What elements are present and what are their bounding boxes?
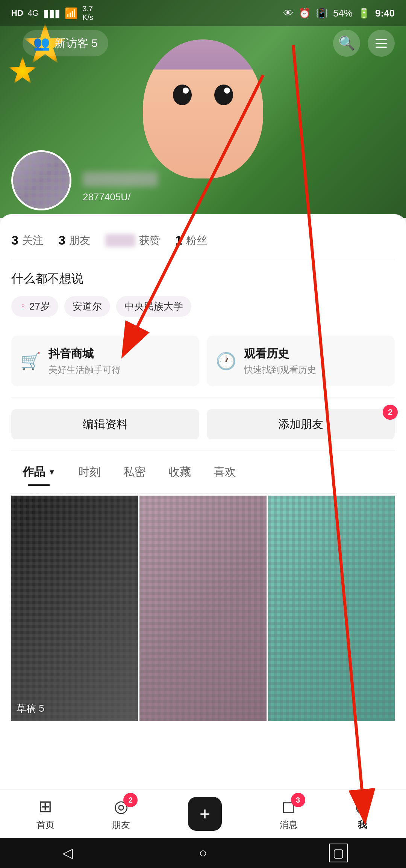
- eye-icon: 👁: [283, 8, 293, 19]
- avatar-image: [13, 152, 70, 209]
- friends-label: 朋友: [112, 819, 130, 831]
- add-friend-button[interactable]: 添加朋友 2: [207, 409, 395, 439]
- followers-label: 粉丝: [186, 233, 207, 248]
- private-label: 私密: [123, 466, 146, 478]
- tab-private[interactable]: 私密: [112, 458, 157, 486]
- history-icon: 🕐: [216, 351, 236, 371]
- works-dropdown-arrow: ▼: [48, 468, 56, 476]
- hd-label: HD: [11, 8, 23, 18]
- grid-overlay-3: [268, 496, 395, 721]
- edit-profile-button[interactable]: 编辑资料: [11, 409, 199, 439]
- android-back[interactable]: ◁: [53, 842, 83, 864]
- bottom-nav: ⊞ 首页 2 ◎ 朋友 + 3 ◻ 消息 ◉ 我: [0, 789, 406, 838]
- visitors-label: 新访客 5: [55, 36, 98, 51]
- android-home[interactable]: ○: [188, 842, 218, 864]
- location-label: 安道尔: [73, 300, 102, 313]
- stat-likes[interactable]: 获赞: [105, 233, 160, 248]
- back-icon: ◁: [62, 845, 73, 861]
- tab-works[interactable]: 作品 ▼: [11, 458, 67, 486]
- tag-age[interactable]: ♀ 27岁: [11, 296, 58, 317]
- char-face: [143, 39, 263, 178]
- gender-icon: ♀: [20, 301, 26, 312]
- friends-nav-badge: 2: [123, 793, 138, 807]
- content-grid: 草稿 5: [11, 496, 395, 721]
- time-label: 9:40: [375, 8, 395, 19]
- visitors-button[interactable]: 👥 新访客 5: [23, 30, 108, 56]
- status-left: HD 4G ▮▮▮ 📶 3.7K/s: [11, 5, 93, 22]
- quick-actions: 🛒 抖音商城 美好生活触手可得 🕐 观看历史 快速找到观看历史: [11, 324, 395, 398]
- stat-followers[interactable]: 1 粉丝: [175, 233, 207, 248]
- search-icon: 🔍: [338, 35, 355, 51]
- grid-item-3[interactable]: [268, 496, 395, 721]
- tag-university[interactable]: 中央民族大学: [116, 296, 191, 317]
- add-button[interactable]: +: [188, 797, 222, 831]
- profile-name-blurred: [83, 172, 158, 187]
- profile-avatar-area: 2877405U/: [11, 150, 158, 210]
- friends-label: 朋友: [69, 233, 90, 248]
- history-subtitle: 快速找到观看历史: [244, 364, 316, 376]
- char-eye-left: [173, 85, 192, 105]
- profile-id: 2877405U/: [83, 191, 158, 203]
- shop-subtitle: 美好生活触手可得: [48, 364, 121, 376]
- grid-overlay-1: [11, 496, 138, 721]
- grid-item-2[interactable]: [139, 496, 266, 721]
- char-eye-right: [214, 85, 233, 105]
- nav-add[interactable]: +: [180, 793, 229, 835]
- history-action[interactable]: 🕐 观看历史 快速找到观看历史: [207, 336, 395, 386]
- tag-location[interactable]: 安道尔: [64, 296, 110, 317]
- add-friend-badge: 2: [383, 405, 398, 420]
- shop-title: 抖音商城: [48, 346, 121, 361]
- tab-favorites[interactable]: 收藏: [157, 458, 202, 486]
- status-bar: HD 4G ▮▮▮ 📶 3.7K/s 👁 ⏰ 📳 54% 🔋 9:40: [0, 0, 406, 26]
- vibrate-icon: 📳: [316, 8, 328, 19]
- header-nav: 👥 新访客 5 🔍: [0, 26, 406, 60]
- wifi-icon: 📶: [65, 7, 78, 20]
- battery-percent: 54%: [333, 8, 353, 19]
- stat-friends[interactable]: 3 朋友: [58, 233, 90, 248]
- shop-text: 抖音商城 美好生活触手可得: [48, 346, 121, 376]
- signal-icon: ▮▮▮: [43, 7, 60, 20]
- android-nav: ◁ ○ ▢: [0, 838, 406, 868]
- history-title: 观看历史: [244, 346, 316, 361]
- stat-following[interactable]: 3 关注: [11, 233, 43, 248]
- stats-row: 3 关注 3 朋友 获赞 1 粉丝: [11, 225, 395, 259]
- history-text: 观看历史 快速找到观看历史: [244, 346, 316, 376]
- favorites-label: 收藏: [168, 466, 191, 478]
- age-label: 27岁: [29, 300, 50, 313]
- grid-item-1[interactable]: 草稿 5: [11, 496, 138, 721]
- profile-name-area: 2877405U/: [83, 172, 158, 210]
- nav-messages[interactable]: 3 ◻ 消息: [272, 793, 305, 835]
- nav-home[interactable]: ⊞ 首页: [29, 793, 62, 835]
- network-label: 4G: [28, 8, 39, 18]
- nav-me[interactable]: ◉ 我: [348, 793, 377, 835]
- following-label: 关注: [22, 233, 43, 248]
- messages-label: 消息: [280, 819, 298, 831]
- tabs-row: 作品 ▼ 时刻 私密 收藏 喜欢: [11, 451, 395, 494]
- messages-nav-badge: 3: [291, 793, 305, 807]
- android-recents[interactable]: ▢: [323, 842, 353, 864]
- menu-line-2: [376, 43, 387, 44]
- profile-card: 3 关注 3 朋友 获赞 1 粉丝 什么都不想说 ♀ 27岁 安道尔 中: [0, 214, 406, 819]
- search-button[interactable]: 🔍: [333, 30, 360, 57]
- following-count: 3: [11, 233, 18, 248]
- shop-action[interactable]: 🛒 抖音商城 美好生活触手可得: [11, 336, 199, 386]
- home-icon: ⊞: [38, 797, 52, 816]
- shop-icon: 🛒: [20, 351, 41, 371]
- tags-row: ♀ 27岁 安道尔 中央民族大学: [11, 296, 395, 317]
- speed-label: 3.7K/s: [82, 5, 93, 22]
- status-right: 👁 ⏰ 📳 54% 🔋 9:40: [283, 8, 395, 19]
- avatar[interactable]: [11, 150, 71, 210]
- tab-likes[interactable]: 喜欢: [202, 458, 247, 486]
- nav-friends[interactable]: 2 ◎ 朋友: [105, 793, 138, 835]
- recents-icon: ▢: [329, 844, 348, 862]
- tab-moments[interactable]: 时刻: [67, 458, 112, 486]
- likes-count-blurred: [105, 234, 135, 247]
- menu-button[interactable]: [368, 30, 395, 57]
- plus-icon: +: [200, 803, 210, 824]
- works-tab-label: 作品 ▼: [23, 464, 56, 480]
- menu-line-3: [376, 47, 387, 48]
- likes-label: 获赞: [139, 233, 160, 248]
- home-label: 首页: [36, 819, 55, 831]
- android-home-icon: ○: [199, 845, 207, 861]
- menu-line-1: [376, 39, 387, 40]
